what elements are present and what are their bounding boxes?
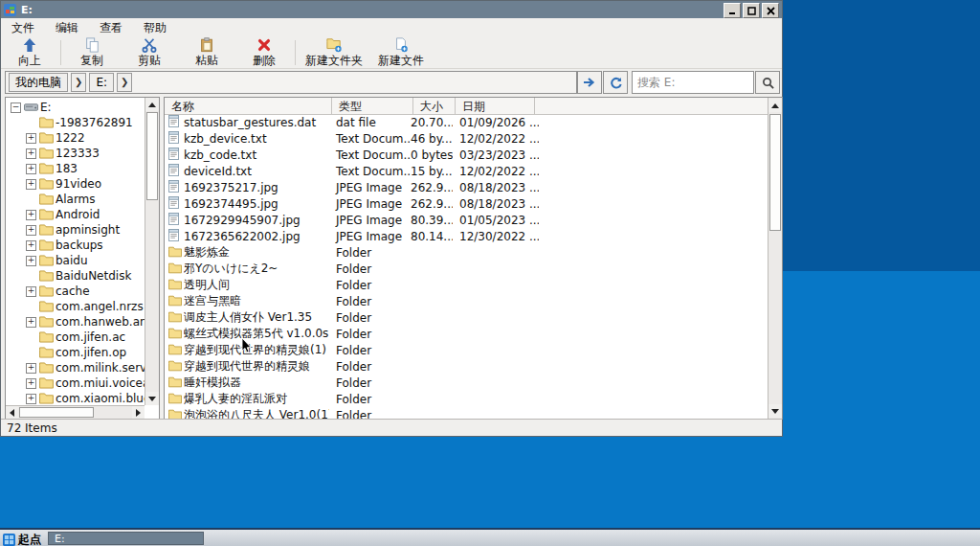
search-input[interactable] — [633, 72, 753, 93]
expand-icon[interactable]: + — [26, 133, 36, 144]
file-row[interactable]: 1692375217.jpg JPEG Image 262.9... 08/18… — [165, 179, 768, 195]
list-scrollbar-thumb[interactable] — [769, 114, 781, 231]
expand-icon[interactable]: + — [26, 378, 36, 389]
file-row[interactable]: 1672365622002.jpg JPEG Image 80.14... 12… — [165, 228, 768, 244]
file-row[interactable]: 泡泡浴的八尺夫人 Ver1.0(1) Folder — [165, 407, 768, 419]
breadcrumb-chevron-icon[interactable]: ❯ — [71, 73, 86, 92]
scroll-right-button[interactable] — [132, 406, 145, 419]
delete-button[interactable]: 删除 — [235, 37, 293, 68]
tree-item[interactable]: + com.miui.voiceas — [6, 375, 145, 391]
file-row[interactable]: 透明人间 Folder — [165, 277, 768, 293]
refresh-icon — [610, 77, 622, 89]
file-row[interactable]: 魅影炼金 Folder — [165, 244, 768, 261]
file-row[interactable]: 调皮主人俏女仆 Ver1.35 Folder — [165, 309, 768, 326]
tree-item[interactable]: + baidu — [6, 253, 145, 268]
tree-item[interactable]: + 91video — [6, 176, 145, 192]
expand-icon[interactable]: + — [26, 256, 36, 266]
search-button[interactable] — [755, 71, 780, 94]
expand-icon[interactable]: + — [26, 179, 36, 190]
titlebar[interactable]: E: — [1, 1, 782, 18]
scroll-up-button[interactable] — [145, 98, 159, 111]
tree-item[interactable]: + com.jifen.op — [6, 345, 145, 360]
cut-button[interactable]: 剪贴 — [121, 37, 178, 68]
expand-icon[interactable]: + — [26, 148, 36, 159]
column-header-date[interactable]: 日期 — [456, 98, 535, 114]
address-bar: 我的电脑 ❯ E: ❯ — [1, 68, 782, 95]
new-folder-button[interactable]: 新建文件夹 — [298, 37, 370, 68]
column-header-name[interactable]: 名称 — [165, 98, 332, 114]
scroll-up-button[interactable] — [768, 99, 782, 112]
collapse-icon[interactable]: − — [11, 102, 21, 113]
tree-item[interactable]: + -1983762891 — [6, 115, 145, 130]
tree-root-drive-e[interactable]: − E: — [6, 100, 145, 115]
file-row[interactable]: 穿越到现代世界的精灵娘(1) Folder — [165, 342, 768, 358]
scroll-left-button[interactable] — [6, 406, 18, 419]
column-header-size[interactable]: 大小 — [413, 98, 456, 114]
file-row[interactable]: 穿越到现代世界的精灵娘 Folder — [165, 358, 768, 375]
file-row[interactable]: kzb_code.txt Text Docum... 0 bytes 03/23… — [165, 147, 768, 163]
new-file-button[interactable]: 新建文件 — [370, 37, 432, 68]
breadcrumb-chevron-icon[interactable]: ❯ — [117, 73, 132, 92]
expand-icon[interactable]: + — [26, 317, 36, 328]
tree-item[interactable]: + apminsight — [6, 222, 145, 238]
copy-button[interactable]: 复制 — [63, 37, 121, 68]
breadcrumb-drive-e[interactable]: E: — [89, 73, 114, 92]
close-button[interactable] — [762, 3, 779, 18]
file-row[interactable]: 爆乳人妻的淫乱派对 Folder — [165, 391, 768, 407]
expand-icon[interactable]: + — [26, 210, 36, 220]
menu-help[interactable]: 帮助 — [133, 18, 177, 38]
tree-item[interactable]: + Alarms — [6, 192, 145, 207]
menu-edit[interactable]: 编辑 — [45, 18, 89, 38]
file-manager-window: E: 文件 编辑 查看 帮助 向上 复制 剪贴 粘贴 — [0, 0, 783, 437]
list-vertical-scrollbar[interactable] — [768, 98, 782, 419]
expand-icon[interactable]: + — [26, 240, 36, 251]
expand-icon[interactable]: + — [26, 225, 36, 236]
tree-item[interactable]: + com.hanweb.and — [6, 314, 145, 330]
tree-item[interactable]: + com.milink.servic — [6, 360, 145, 375]
breadcrumb[interactable]: 我的电脑 ❯ E: ❯ — [5, 71, 577, 94]
file-row[interactable]: 1672929945907.jpg JPEG Image 80.39... 01… — [165, 212, 768, 228]
expand-icon[interactable]: + — [26, 286, 36, 297]
tree-scrollbar-thumb[interactable] — [146, 112, 158, 200]
expand-icon[interactable]: + — [26, 394, 36, 404]
tree-vertical-scrollbar[interactable] — [145, 98, 159, 405]
file-row[interactable]: statusbar_gestures.dat dat file 20.70...… — [165, 114, 768, 130]
scroll-down-button[interactable] — [768, 404, 782, 418]
tree-item[interactable]: + 183 — [6, 161, 145, 176]
tree-item[interactable]: + com.jifen.ac — [6, 330, 145, 345]
refresh-button[interactable] — [603, 71, 628, 94]
file-row[interactable]: kzb_device.txt Text Docum... 46 by... 12… — [165, 130, 768, 147]
scroll-down-button[interactable] — [145, 392, 159, 405]
tree-horizontal-scrollbar[interactable] — [6, 405, 145, 419]
column-header-type[interactable]: 类型 — [332, 98, 413, 114]
paste-button[interactable]: 粘贴 — [178, 37, 235, 68]
tree-item[interactable]: + Android — [6, 207, 145, 222]
maximize-button[interactable] — [743, 3, 760, 18]
minimize-button[interactable] — [724, 3, 741, 18]
up-button[interactable]: 向上 — [1, 37, 58, 68]
tree-item[interactable]: + 1222 — [6, 130, 145, 146]
task-button-drive-e[interactable]: E: — [48, 532, 204, 545]
tree-item[interactable]: + 123333 — [6, 146, 145, 161]
expand-icon[interactable]: + — [26, 164, 36, 174]
start-button[interactable]: 起点 — [3, 532, 41, 546]
tree-item[interactable]: + com.xiaomi.blue — [6, 391, 145, 405]
tree-item[interactable]: + cache — [6, 284, 145, 299]
go-button[interactable] — [577, 71, 602, 94]
tree-item[interactable]: + com.angel.nrzs — [6, 299, 145, 314]
tree-hscrollbar-thumb[interactable] — [19, 407, 94, 418]
tree-item[interactable]: + BaiduNetdisk — [6, 268, 145, 284]
tree-item[interactable]: + backups — [6, 238, 145, 253]
file-row[interactable]: 邪Yのいけにえ2~ Folder — [165, 261, 768, 277]
file-row[interactable]: 螺丝式模拟器第5代 v1.0.0s Folder — [165, 326, 768, 342]
expand-icon[interactable]: + — [26, 363, 36, 374]
folder-tree-panel: − E: + -1983762891 + 1222 + 123333 + 183… — [5, 97, 160, 420]
breadcrumb-my-computer[interactable]: 我的电脑 — [9, 73, 68, 92]
file-row[interactable]: 1692374495.jpg JPEG Image 262.9... 08/18… — [165, 195, 768, 212]
menu-file[interactable]: 文件 — [1, 18, 45, 38]
scissors-icon — [141, 37, 158, 53]
menu-view[interactable]: 查看 — [89, 18, 133, 38]
file-row[interactable]: deviceId.txt Text Docum... 15 by... 12/0… — [165, 163, 768, 179]
file-row[interactable]: 迷宫与黑暗 Folder — [165, 293, 768, 309]
file-row[interactable]: 睡奸模拟器 Folder — [165, 375, 768, 391]
